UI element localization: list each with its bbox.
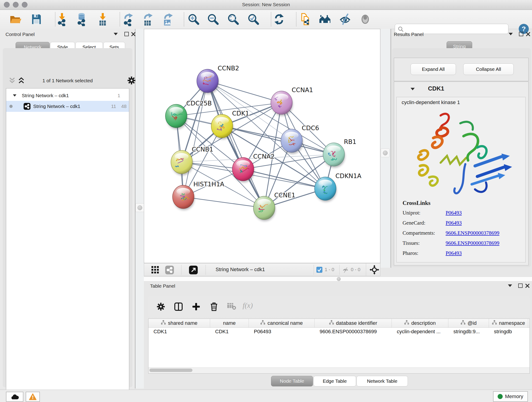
selected-count-checkbox-icon[interactable] <box>317 267 322 273</box>
network-tab-panel: 1 of 1 Network selected String Network –… <box>3 48 133 387</box>
panel-float-icon[interactable] <box>519 32 523 36</box>
first-neighbors-button[interactable] <box>318 12 332 26</box>
left-splitter[interactable] <box>135 29 144 389</box>
warnings-button[interactable] <box>26 392 40 402</box>
left-splitter-handle[interactable] <box>135 203 144 212</box>
node-CCNE1[interactable] <box>253 196 275 221</box>
node-CCNA2[interactable] <box>232 157 254 182</box>
tab-edge-table[interactable]: Edge Table <box>313 376 356 386</box>
horizontal-scrollbar[interactable] <box>148 367 530 373</box>
column-header-canonical-name[interactable]: canonical name <box>249 319 315 327</box>
zoom-in-button[interactable] <box>187 12 201 26</box>
show-all-button[interactable] <box>358 12 372 26</box>
panel-close-icon[interactable] <box>131 32 136 36</box>
table-settings-gear-icon[interactable] <box>157 302 165 311</box>
right-splitter[interactable] <box>380 29 390 268</box>
export-image-button[interactable] <box>161 12 175 26</box>
network-canvas[interactable]: CCNB2CCNA1CDC25BCDK1CDC6RB1CCNB1CCNA2CDK… <box>144 29 380 263</box>
tab-node-table[interactable]: Node Table <box>271 376 313 386</box>
panel-menu-icon[interactable] <box>509 33 513 35</box>
tab-network-table[interactable]: Network Table <box>356 376 408 386</box>
delete-column-trash-icon[interactable] <box>209 302 219 312</box>
horizontal-splitter[interactable] <box>144 277 532 281</box>
expand-all-button[interactable]: Expand All <box>411 64 456 75</box>
export-network-button[interactable] <box>121 12 135 26</box>
horizontal-splitter-handle[interactable] <box>337 277 341 281</box>
table-panel-title: Table Panel <box>150 283 175 289</box>
tree-expand-icon[interactable] <box>13 95 16 96</box>
network-options-gear-icon[interactable] <box>127 76 136 85</box>
grid-layout-icon[interactable] <box>152 266 159 274</box>
column-header--id[interactable]: @id <box>448 319 489 327</box>
scrollbar-thumb[interactable] <box>149 369 192 372</box>
crosslink-value-link[interactable]: P06493 <box>446 250 462 256</box>
node-label-HIST1H1A: HIST1H1A <box>193 181 225 188</box>
node-CCNB1[interactable] <box>171 150 193 175</box>
add-column-icon[interactable] <box>192 302 201 311</box>
hide-selection-button[interactable] <box>338 12 352 26</box>
crosslink-value-link[interactable]: P06493 <box>446 220 462 226</box>
edge-CCNA2-CDKN1A[interactable] <box>243 169 325 189</box>
column-label: shared name <box>168 320 197 326</box>
refresh-view-button[interactable] <box>272 12 286 26</box>
network-collection-row[interactable]: String Network – cdk1 1 <box>6 90 129 101</box>
export-table-button[interactable] <box>141 12 154 26</box>
network-share-icon[interactable] <box>165 266 174 274</box>
navigator-crosshair-icon[interactable] <box>370 265 379 274</box>
main-toolbar: ? <box>0 10 532 29</box>
collapse-all-button[interactable]: Collapse All <box>463 64 514 75</box>
panel-menu-icon[interactable] <box>114 33 118 35</box>
network-edge-count: 48 <box>121 104 127 109</box>
import-table-button[interactable] <box>96 12 109 26</box>
panel-float-icon[interactable] <box>124 32 129 36</box>
column-header-namespace[interactable]: namespace <box>489 319 528 327</box>
node-CCNB2[interactable] <box>197 69 219 94</box>
birdseye-view-icon[interactable] <box>189 266 198 274</box>
import-network-file-button[interactable] <box>55 12 69 26</box>
column-header-description[interactable]: description <box>392 319 448 327</box>
node-RB1[interactable] <box>323 143 345 168</box>
show-columns-icon[interactable] <box>174 302 183 311</box>
column-label: canonical name <box>267 320 303 326</box>
node-CDK1[interactable] <box>211 114 233 139</box>
string-network-graph[interactable]: CCNB2CCNA1CDC25BCDK1CDC6RB1CCNB1CCNA2CDK… <box>144 29 380 263</box>
panel-close-icon[interactable] <box>525 283 530 288</box>
crosslink-value-link[interactable]: 9606.ENSP00000378699 <box>446 240 500 246</box>
node-CDC25B[interactable] <box>165 104 187 129</box>
node-CCNA1[interactable] <box>271 91 293 116</box>
save-session-button[interactable] <box>29 12 43 26</box>
table-panel: Table Panel <box>147 281 532 389</box>
node-CDKN1A[interactable] <box>315 177 336 202</box>
edge-CCNB2-HIST1H1A[interactable] <box>183 81 208 197</box>
panel-float-icon[interactable] <box>518 283 523 288</box>
column-header-database-identifier[interactable]: database identifier <box>315 319 392 327</box>
right-splitter-handle[interactable] <box>381 148 389 157</box>
column-network-icon <box>404 320 409 326</box>
protein-structure-image <box>406 109 514 198</box>
cloud-status-button[interactable] <box>6 392 23 402</box>
zoom-out-button[interactable] <box>206 12 220 26</box>
result-collapse-icon[interactable] <box>411 88 415 90</box>
zoom-fit-button[interactable] <box>226 12 240 26</box>
crosslink-value-link[interactable]: P06493 <box>446 210 462 216</box>
results-panel-title: Results Panel <box>394 32 424 37</box>
column-header-name[interactable]: name <box>210 319 249 327</box>
column-header-shared-name[interactable]: shared name <box>148 319 210 327</box>
panel-menu-icon[interactable] <box>508 284 512 287</box>
import-network-database-button[interactable] <box>75 12 89 26</box>
crosslinks-title: CrossLinks <box>403 200 522 206</box>
clone-network-button[interactable] <box>298 12 312 26</box>
network-collection-count: 1 <box>118 93 120 98</box>
crosslink-value-link[interactable]: 9606.ENSP00000378699 <box>446 230 500 236</box>
panel-close-icon[interactable] <box>526 32 530 36</box>
memory-button[interactable]: Memory <box>493 391 528 402</box>
node-HIST1H1A[interactable] <box>172 185 195 210</box>
edge-CCNB2-CCNE1[interactable] <box>208 81 264 208</box>
table-row[interactable]: CDK1CDK1P064939606.ENSP00000378699cyclin… <box>148 328 530 336</box>
edge-HIST1H1A-CCNE1[interactable] <box>183 197 264 208</box>
node-CDC6[interactable] <box>281 129 303 154</box>
window-title: Session: New Session <box>0 2 532 7</box>
network-row-selected[interactable]: String Network – cdk1 11 48 <box>6 101 129 112</box>
open-session-button[interactable] <box>8 12 22 26</box>
zoom-selected-button[interactable] <box>247 12 260 26</box>
